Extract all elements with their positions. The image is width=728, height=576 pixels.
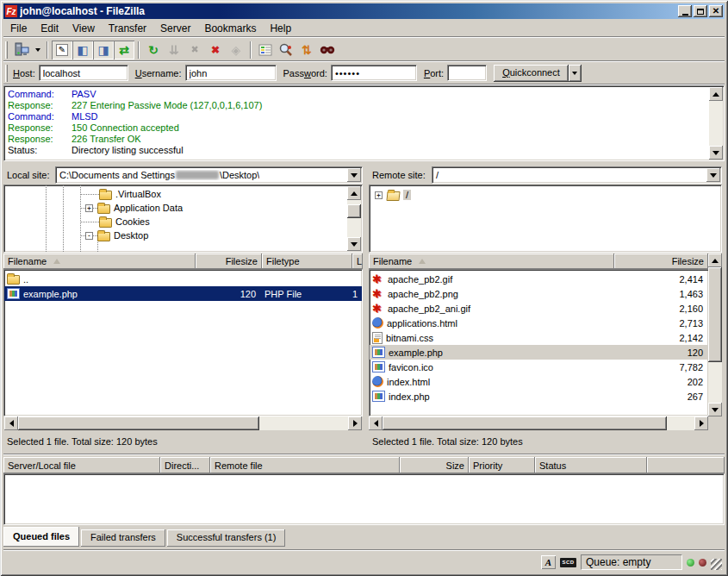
remote-site-dropdown[interactable] bbox=[706, 168, 720, 182]
file-row[interactable]: apache_pb2_ani.gif2,160 bbox=[370, 301, 708, 316]
tree-item-cookies[interactable]: Cookies bbox=[80, 215, 150, 229]
scroll-down-button[interactable] bbox=[347, 237, 361, 251]
site-manager-dropdown[interactable] bbox=[32, 41, 43, 59]
file-row-selected[interactable]: example.php120 bbox=[370, 345, 708, 360]
scroll-up-button[interactable] bbox=[708, 254, 722, 267]
remote-site-combo[interactable]: / bbox=[432, 166, 722, 184]
dropdown-arrow-icon bbox=[351, 173, 358, 178]
tab-queued-files[interactable]: Queued files bbox=[3, 527, 79, 547]
column-header-filetype[interactable]: Filetype bbox=[262, 254, 352, 269]
username-input[interactable] bbox=[185, 65, 277, 81]
menu-help[interactable]: Help bbox=[263, 21, 298, 36]
scroll-right-button[interactable] bbox=[694, 416, 708, 430]
tree-item-desktop[interactable]: -Desktop bbox=[80, 229, 148, 242]
tab-failed-transfers[interactable]: Failed transfers bbox=[81, 529, 165, 547]
tree-item-virtualbox[interactable]: .VirtualBox bbox=[80, 187, 161, 201]
file-row[interactable]: index.html202 bbox=[370, 374, 708, 389]
scroll-thumb[interactable] bbox=[383, 416, 667, 430]
toolbar-grip[interactable] bbox=[5, 41, 8, 59]
file-row[interactable]: apache_pb2.png1,463 bbox=[370, 286, 708, 301]
open-folder-icon bbox=[386, 191, 400, 201]
scroll-thumb[interactable] bbox=[18, 416, 259, 430]
close-button[interactable]: ✕ bbox=[709, 5, 723, 17]
column-header-size[interactable]: Size bbox=[400, 457, 469, 473]
filter-button[interactable] bbox=[255, 41, 276, 59]
file-row-example-php[interactable]: example.php 120 PHP File 1 bbox=[4, 286, 362, 301]
scroll-left-button[interactable] bbox=[369, 416, 383, 430]
column-header-status[interactable]: Status bbox=[535, 457, 647, 473]
tab-successful-transfers[interactable]: Successful transfers (1) bbox=[167, 529, 286, 547]
reconnect-button[interactable]: ◈ bbox=[226, 41, 246, 59]
remote-list-hscrollbar[interactable] bbox=[369, 416, 708, 430]
maximize-button[interactable] bbox=[694, 5, 707, 17]
file-row[interactable]: favicon.ico7,782 bbox=[370, 360, 708, 374]
php-file-icon bbox=[372, 391, 385, 402]
column-header-filename[interactable]: Filename bbox=[3, 254, 196, 269]
php-file-icon bbox=[7, 288, 20, 299]
toggle-remote-treeview-button[interactable]: ◨ bbox=[93, 41, 114, 59]
column-header-priority[interactable]: Priority bbox=[469, 457, 535, 473]
menu-file[interactable]: File bbox=[3, 21, 34, 36]
log-scrollbar[interactable] bbox=[709, 87, 723, 160]
column-header-filename[interactable]: Filename bbox=[369, 254, 614, 269]
remote-list-vscrollbar[interactable] bbox=[708, 254, 722, 416]
toggle-local-treeview-button[interactable]: ◧ bbox=[72, 41, 93, 59]
log-line: Response:150 Connection accepted bbox=[8, 122, 706, 134]
file-row-parent-dir[interactable]: .. bbox=[4, 272, 362, 286]
column-header-filesize[interactable]: Filesize bbox=[196, 254, 262, 269]
expand-icon[interactable]: + bbox=[85, 204, 93, 212]
process-queue-icon: ⇊ bbox=[169, 44, 179, 56]
cancel-operation-button[interactable]: ✖ bbox=[184, 41, 205, 59]
quickconnect-button[interactable]: Quickconnect bbox=[494, 65, 569, 82]
minimize-button[interactable] bbox=[678, 5, 692, 17]
local-site-dropdown[interactable] bbox=[347, 168, 361, 182]
menu-server[interactable]: Server bbox=[153, 21, 197, 36]
menu-view[interactable]: View bbox=[65, 21, 102, 36]
scroll-thumb[interactable] bbox=[347, 204, 361, 218]
menu-edit[interactable]: Edit bbox=[34, 21, 65, 36]
password-input[interactable] bbox=[331, 65, 417, 81]
site-manager-button[interactable] bbox=[11, 41, 32, 59]
file-row[interactable]: index.php267 bbox=[370, 389, 708, 404]
synchronized-browsing-button[interactable]: ⇅ bbox=[296, 41, 317, 59]
disconnect-icon: ✖ bbox=[211, 45, 220, 55]
queue-tabs: Queued files Failed transfers Successful… bbox=[3, 527, 287, 547]
host-input[interactable] bbox=[39, 65, 128, 81]
collapse-icon[interactable]: - bbox=[85, 232, 93, 240]
toggle-transfer-queue-button[interactable]: ⇄ bbox=[114, 41, 134, 59]
refresh-button[interactable]: ↻ bbox=[143, 41, 164, 59]
scroll-left-button[interactable] bbox=[4, 416, 18, 430]
scroll-right-button[interactable] bbox=[348, 416, 362, 430]
disconnect-button[interactable]: ✖ bbox=[205, 41, 226, 59]
port-input[interactable] bbox=[447, 65, 487, 81]
file-row[interactable]: bitnami.css2,142 bbox=[370, 330, 708, 345]
menu-bookmarks[interactable]: Bookmarks bbox=[197, 21, 263, 36]
expand-icon[interactable]: + bbox=[375, 191, 383, 199]
local-list-hscrollbar[interactable] bbox=[4, 416, 362, 430]
tree-item-root[interactable]: +/ bbox=[375, 188, 411, 202]
directory-comparison-button[interactable] bbox=[276, 41, 296, 59]
quickconnect-dropdown[interactable] bbox=[569, 65, 582, 82]
menu-transfer[interactable]: Transfer bbox=[102, 21, 153, 36]
file-row[interactable]: apache_pb2.gif2,414 bbox=[370, 272, 708, 286]
process-queue-button[interactable]: ⇊ bbox=[164, 41, 184, 59]
local-site-combo[interactable]: C:\Documents and Settings\Desktop\ bbox=[55, 166, 363, 184]
column-header-direction[interactable]: Directi... bbox=[160, 457, 210, 473]
resize-grip[interactable] bbox=[711, 559, 722, 570]
column-header-remote-file[interactable]: Remote file bbox=[210, 457, 400, 473]
local-list-body: .. example.php 120 PHP File 1 bbox=[3, 269, 363, 416]
column-header-lastmodified[interactable]: L bbox=[352, 254, 363, 269]
file-row[interactable]: applications.html2,713 bbox=[370, 316, 708, 330]
tree-item-application-data[interactable]: +Application Data bbox=[80, 201, 183, 215]
scroll-up-button[interactable] bbox=[347, 186, 361, 200]
quickconnect-grip[interactable] bbox=[5, 65, 8, 82]
scroll-up-button[interactable] bbox=[709, 87, 723, 101]
scroll-thumb[interactable] bbox=[708, 267, 722, 362]
scroll-down-button[interactable] bbox=[709, 146, 723, 160]
find-files-button[interactable] bbox=[317, 41, 338, 59]
toggle-message-log-button[interactable]: ✎ bbox=[52, 41, 72, 59]
scroll-down-button[interactable] bbox=[708, 403, 722, 416]
local-tree-scrollbar[interactable] bbox=[347, 186, 361, 251]
column-header-server-local-file[interactable]: Server/Local file bbox=[3, 457, 160, 473]
column-header-filesize[interactable]: Filesize bbox=[614, 254, 708, 269]
